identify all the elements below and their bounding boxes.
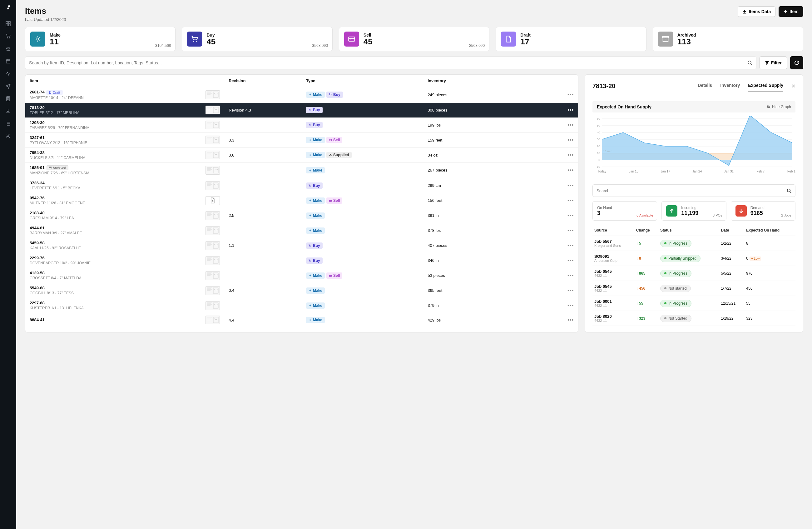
table-row[interactable]: 9542-76 MUTNER 11/26 - 31" EMOGENE Make … [25,193,578,208]
svg-point-49 [309,261,310,261]
source-name: Job 6545 [594,269,633,274]
svg-point-24 [309,126,310,126]
hide-graph-button[interactable]: Hide Graph [766,105,791,109]
detail-search-input[interactable] [596,188,787,193]
item-types: Buy [302,102,423,117]
supply-row[interactable]: Job 5567Kreiger and Sons ↑ 5 In Progress… [592,236,795,251]
filter-label: Filter [771,60,782,65]
row-actions-icon[interactable]: ••• [534,132,578,147]
table-row[interactable]: 3247-61 PYTLOVANY 2/12 - 16" TIPHANIE 0.… [25,132,578,147]
row-actions-icon[interactable]: ••• [534,117,578,132]
row-actions-icon[interactable]: ••• [534,238,578,253]
col-source: Source [592,225,634,236]
tab-inventory[interactable]: Inventory [720,80,740,92]
nav-cart-icon[interactable] [3,31,13,42]
nav-scale-icon[interactable] [3,43,13,54]
items-table: Item Revision Type Inventory 2681-74 Dra… [25,74,578,332]
make-tag: Make [306,302,325,309]
row-actions-icon[interactable]: ••• [534,87,578,103]
table-row[interactable]: 2681-74 Draft MAGETTE 10/14 - 24" DEEANN… [25,87,578,103]
row-actions-icon[interactable]: ••• [534,162,578,178]
supply-row[interactable]: SO9091Anderson Corp. ↓ 8 Partially Shipp… [592,251,795,266]
table-row[interactable]: 7954-38 NUCKELS 8/5 - 11" CARMELINA 3.6 … [25,147,578,162]
table-row[interactable]: 2299-76 DOVENBARGER 10/2 - 99" JOANIE Bu… [25,253,578,268]
kpi-sub: 3 POs [713,213,722,217]
summary-card-buy[interactable]: Buy 45 $568,090 [182,27,332,51]
buy-tag: Buy [327,91,343,98]
summary-card-make[interactable]: Make 11 $104,568 [25,27,175,51]
nav-calculator-icon[interactable] [3,94,13,104]
search-icon[interactable] [787,188,792,193]
change-value: ↓ 8 [636,256,641,261]
row-actions-icon[interactable]: ••• [534,208,578,223]
table-row[interactable]: 8884-41 4.4 Make 429 lbs ••• [25,313,578,327]
svg-point-57 [310,305,311,306]
nav-send-icon[interactable] [3,81,13,91]
row-actions-icon[interactable]: ••• [534,102,578,117]
source-name: Job 6545 [594,284,633,289]
table-row[interactable]: 3736-34 LEVERETTE 5/11 - 5" BECKA Buy 29… [25,178,578,193]
svg-text:Feb 14: Feb 14 [787,170,795,173]
supply-row[interactable]: Job 60014432-11 ↑ 55 In Progress 12/15/2… [592,296,795,311]
summary-sub: $104,568 [155,43,171,48]
pdf-icon [205,196,220,205]
table-row[interactable]: 5459-58 KAAI 11/25 - 92" ROSABELLE 1.1 B… [25,238,578,253]
close-detail-icon[interactable]: ✕ [792,83,795,89]
kpi-value: 9165 [751,210,765,216]
filter-button[interactable]: Filter [759,56,787,69]
tab-details[interactable]: Details [698,80,712,92]
row-actions-icon[interactable]: ••• [534,223,578,238]
detail-search-box[interactable] [592,184,795,197]
buy-tag: Buy [306,242,323,249]
row-actions-icon[interactable]: ••• [534,283,578,298]
svg-rect-7 [6,97,10,101]
item-inventory: 199 lbs [423,117,534,132]
row-actions-icon[interactable]: ••• [534,268,578,283]
table-row[interactable]: 2188-40 GRESHAM 9/14 - 79" LEA 2.5 Make … [25,208,578,223]
svg-point-55 [310,290,311,291]
items-data-button[interactable]: Items Data [738,6,775,17]
table-row[interactable]: 4139-58 CROSSETT 8/4 - 7" MATELDA Make S… [25,268,578,283]
search-icon[interactable] [748,60,752,65]
new-item-button[interactable]: Item [779,6,803,17]
table-row[interactable]: 1685-91 Archived MANZIONE 7/26 - 69" HOR… [25,162,578,178]
summary-card-archived[interactable]: Archived 113 [653,27,803,51]
row-actions-icon[interactable]: ••• [534,178,578,193]
table-row[interactable]: 7813-20 TOBLER 3/12 - 17" MERLINA Revisi… [25,102,578,117]
nav-activity-icon[interactable] [3,69,13,79]
supply-row[interactable]: Job 65454432-11 ↑ 865 In Progress 5/5/22… [592,266,795,281]
table-row[interactable]: 1298-30 TABAREZ 5/29 - 70" FERNANDINA Bu… [25,117,578,132]
table-row[interactable]: 4944-81 BARRYMAN 3/9 - 27" AMALEE Make 3… [25,223,578,238]
svg-point-5 [9,38,10,38]
summary-card-sell[interactable]: Sell 45 $568,090 [339,27,489,51]
svg-point-15 [748,61,751,64]
item-types: Make Supplied [302,147,423,162]
nav-settings-icon[interactable] [3,131,13,142]
nav-list-icon[interactable] [3,118,13,129]
supply-row[interactable]: Job 65454432-11 ↓ 456 Not started 1/7/22… [592,281,795,296]
item-revision [224,178,302,193]
table-row[interactable]: 2297-68 KUSTERER 1/1 - 13" HELENKA Make … [25,298,578,313]
col-item: Item [25,75,224,87]
make-tag: Make [306,228,325,234]
summary-card-draft[interactable]: Draft 17 [496,27,646,51]
refresh-button[interactable] [790,56,803,69]
nav-calendar-icon[interactable] [3,56,13,67]
col-status: Status [658,225,719,236]
row-actions-icon[interactable]: ••• [534,298,578,313]
nav-dashboard-icon[interactable] [3,18,13,29]
nav-download-icon[interactable] [3,106,13,116]
table-row[interactable]: 5549-68 COGBILL 8/13 - 77" TESS 0.4 Make… [25,283,578,298]
svg-text:Jan 10: Jan 10 [629,170,639,173]
draft-badge: Draft [46,90,62,95]
row-actions-icon[interactable]: ••• [534,193,578,208]
row-actions-icon[interactable]: ••• [534,253,578,268]
item-id: 2297-68 [30,301,45,305]
row-actions-icon[interactable]: ••• [534,147,578,162]
search-input[interactable] [29,60,748,65]
search-box[interactable] [25,56,756,69]
row-actions-icon[interactable]: ••• [534,313,578,327]
supply-row[interactable]: Job 80204432-11 ↑ 323 Not Started 1/19/2… [592,311,795,326]
tab-expected-supply[interactable]: Expected Supply [748,80,783,92]
source-sub: 4432-11 [594,289,633,292]
